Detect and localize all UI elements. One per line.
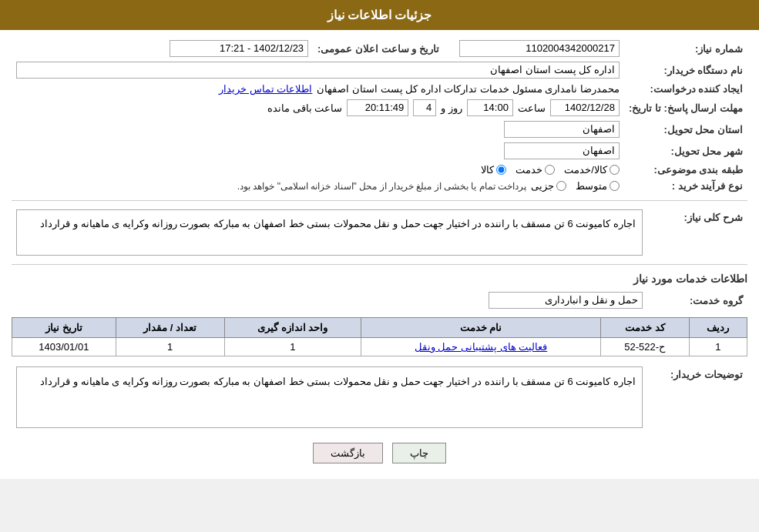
col-header-name: نام خدمت	[361, 318, 601, 338]
deadline-days-value: 4	[413, 99, 436, 116]
radio-part-label: جزیی	[531, 180, 554, 192]
service-info-title: اطلاعات خدمات مورد نیاز	[12, 273, 747, 285]
radio-goods-service-label: کالا/خدمت	[564, 164, 607, 176]
deadline-time-label: ساعت	[518, 102, 546, 114]
buyer-desc-value: اجاره کامیونت 6 تن مسقف با راننده در اخت…	[16, 366, 643, 428]
row-qty: 1	[116, 338, 224, 356]
deadline-remaining-label: ساعت باقی مانده	[267, 102, 342, 114]
contact-link[interactable]: اطلاعات تماس خریدار	[219, 83, 312, 95]
deadline-time-value: 14:00	[467, 99, 513, 116]
buyer-name-value: اداره کل پست استان اصفهان	[16, 62, 620, 79]
city-value: اصفهان	[504, 142, 620, 159]
radio-medium: متوسط	[576, 180, 620, 192]
buyer-desc-table: توضیحات خریدار: اجاره کامیونت 6 تن مسقف …	[12, 364, 747, 430]
deadline-row: 1402/12/28 ساعت 14:00 روز و 4 20:11:49 س…	[16, 99, 620, 116]
radio-goods-service: کالا/خدمت	[564, 164, 620, 176]
deadline-days-label: روز و	[441, 102, 462, 114]
need-desc-value: اجاره کامیونت 6 تن مسقف با راننده در اخت…	[16, 209, 643, 256]
process-note: پرداخت تمام یا بخشی از مبلغ خریدار از مح…	[237, 181, 526, 192]
creator-label: ایجاد کننده درخواست:	[624, 81, 747, 97]
province-label: استان محل تحویل:	[624, 119, 747, 140]
radio-goods-service-input[interactable]	[610, 165, 620, 175]
row-service-name[interactable]: فعالیت های پشتیبانی حمل ونقل	[361, 338, 601, 356]
buyer-desc-label: توضیحات خریدار:	[647, 364, 747, 430]
content-area: شماره نیاز: 1102004342000217 تاریخ و ساع…	[0, 30, 759, 479]
radio-goods-label: کالا	[481, 164, 494, 176]
page-title: جزئیات اطلاعات نیاز	[327, 8, 432, 22]
radio-service: خدمت	[516, 164, 555, 176]
row-code: ح-522-52	[600, 338, 689, 356]
radio-medium-label: متوسط	[576, 180, 607, 192]
category-label: طبقه بندی موضوعی:	[624, 162, 747, 178]
basic-info-table: شماره نیاز: 1102004342000217 تاریخ و ساع…	[12, 38, 747, 194]
process-row: متوسط جزیی پرداخت تمام یا بخشی از مبلغ خ…	[16, 180, 620, 192]
creator-row: محمدرضا نامداری مسئول خدمات تدارکات ادار…	[16, 83, 620, 95]
need-number-value: 1102004342000217	[459, 40, 620, 57]
footer-buttons: چاپ بازگشت	[12, 443, 747, 463]
services-data-table: ردیف کد خدمت نام خدمت واحد اندازه گیری ت…	[12, 317, 747, 356]
creator-value: محمدرضا نامداری مسئول خدمات تدارکات ادار…	[317, 83, 620, 95]
need-number-label: شماره نیاز:	[624, 38, 747, 59]
deadline-label: مهلت ارسال پاسخ: تا تاریخ:	[624, 97, 747, 119]
col-header-date: تاریخ نیاز	[12, 318, 116, 338]
process-label: نوع فرآیند خرید :	[624, 178, 747, 194]
need-desc-label: شرح کلی نیاز:	[647, 207, 747, 258]
radio-part-input[interactable]	[556, 181, 566, 191]
divider-1	[12, 200, 747, 201]
divider-2	[12, 264, 747, 265]
date-value: 1402/12/23 - 17:21	[170, 40, 308, 57]
process-radio-group: متوسط جزیی	[531, 180, 620, 192]
city-label: شهر محل تحویل:	[624, 140, 747, 162]
col-header-qty: تعداد / مقدار	[116, 318, 224, 338]
deadline-remaining-value: 20:11:49	[347, 99, 408, 116]
page-wrapper: جزئیات اطلاعات نیاز شماره نیاز: 11020043…	[0, 0, 759, 479]
page-header: جزئیات اطلاعات نیاز	[0, 0, 759, 30]
radio-service-input[interactable]	[545, 165, 555, 175]
col-header-code: کد خدمت	[600, 318, 689, 338]
province-value: اصفهان	[504, 121, 620, 138]
row-unit: 1	[224, 338, 361, 356]
buyer-name-label: نام دستگاه خریدار:	[624, 59, 747, 81]
back-button[interactable]: بازگشت	[313, 443, 383, 463]
radio-goods-input[interactable]	[496, 165, 506, 175]
radio-medium-input[interactable]	[610, 181, 620, 191]
print-button[interactable]: چاپ	[392, 443, 446, 463]
need-desc-table: شرح کلی نیاز: اجاره کامیونت 6 تن مسقف با…	[12, 207, 747, 258]
row-date: 1403/01/01	[12, 338, 116, 356]
row-num: 1	[689, 338, 747, 356]
radio-goods: کالا	[481, 164, 506, 176]
col-header-unit: واحد اندازه گیری	[224, 318, 361, 338]
deadline-date-value: 1402/12/28	[550, 99, 620, 116]
radio-service-label: خدمت	[516, 164, 542, 176]
service-group-table: گروه خدمت: حمل و نقل و انبارداری	[12, 289, 747, 311]
radio-part: جزیی	[531, 180, 566, 192]
service-group-label: گروه خدمت:	[647, 289, 747, 311]
date-label: تاریخ و ساعت اعلان عمومی:	[313, 38, 455, 59]
col-header-row: ردیف	[689, 318, 747, 338]
category-radio-group: کالا/خدمت خدمت کالا	[16, 164, 620, 176]
table-row: 1 ح-522-52 فعالیت های پشتیبانی حمل ونقل …	[12, 338, 747, 356]
service-group-value: حمل و نقل و انبارداری	[489, 292, 643, 309]
